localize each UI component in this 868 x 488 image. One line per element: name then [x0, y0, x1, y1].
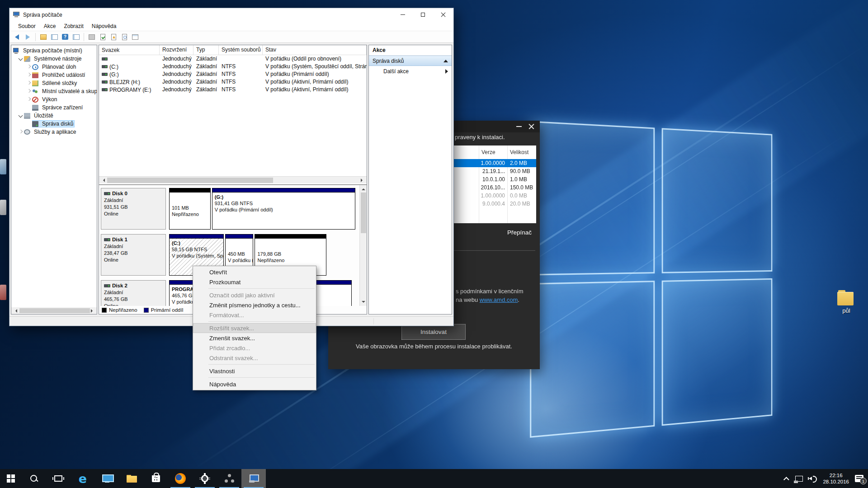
file-explorer-button[interactable] — [119, 469, 144, 488]
volume-row[interactable]: BLEJZR (H:) Jednoduchý Základní NTFS V p… — [99, 78, 367, 86]
help-button[interactable] — [61, 33, 70, 42]
collapse-icon[interactable] — [443, 60, 448, 62]
volume-row[interactable]: (C:) Jednoduchý Základní NTFS V pořádku … — [99, 63, 367, 70]
scrollbar-thumb[interactable] — [19, 308, 90, 313]
tray-expand-icon[interactable] — [783, 477, 789, 483]
tree-item-disk-management[interactable]: Správa disků — [11, 120, 97, 128]
edge-button[interactable] — [71, 469, 95, 488]
start-button[interactable] — [0, 469, 22, 488]
store-button[interactable] — [144, 469, 168, 488]
scroll-right-icon[interactable] — [91, 309, 94, 313]
volume-row[interactable]: (G:) Jednoduchý Základní NTFS V pořádku … — [99, 70, 367, 78]
volume-row[interactable]: Jednoduchý Základní V pořádku (Oddíl pro… — [99, 55, 367, 63]
tree-item-event-viewer[interactable]: Prohlížeč událostí — [11, 71, 97, 79]
export-button[interactable] — [39, 33, 48, 42]
tree-item-performance[interactable]: Výkon — [11, 95, 97, 103]
search-button[interactable] — [22, 469, 46, 488]
amd-app-button[interactable] — [217, 469, 241, 488]
network-icon[interactable] — [795, 476, 803, 482]
menu-item-vlastnosti[interactable]: Vlastnosti — [193, 366, 316, 376]
menu-akce[interactable]: Akce — [40, 22, 60, 30]
computer-management-button[interactable] — [241, 469, 266, 488]
chevron-right-icon[interactable] — [18, 129, 24, 135]
menu-item-zmenit-pismeno[interactable]: Změnit písmeno jednotky a cestu... — [193, 300, 316, 310]
refresh-button[interactable] — [87, 33, 96, 42]
list-view-button[interactable] — [131, 33, 140, 42]
notification-center-button[interactable]: 1 — [855, 475, 863, 482]
tree-item-device-manager[interactable]: Správce zařízení — [11, 103, 97, 112]
minimize-icon[interactable] — [516, 126, 522, 127]
chevron-right-icon[interactable] — [26, 88, 32, 94]
tree-item-computer-management[interactable]: Správa počítače (místní) — [11, 47, 97, 55]
this-pc-button[interactable] — [95, 469, 119, 488]
more-actions-item[interactable]: Další akce — [369, 66, 452, 76]
partition-g[interactable]: (G:) 931,41 GB NTFS V pořádku (Primární … — [212, 188, 355, 230]
volume-row[interactable]: PROGRAMY (E:) Jednoduchý Základní NTFS V… — [99, 86, 367, 94]
forward-button[interactable] — [23, 33, 32, 42]
task-view-button[interactable] — [46, 469, 71, 488]
menu-item-napoveda[interactable]: Nápověda — [193, 379, 316, 389]
actions-group-disk-management[interactable]: Správa disků — [369, 56, 452, 66]
menu-zobrazit[interactable]: Zobrazit — [60, 22, 87, 30]
amd-com-link[interactable]: www.amd.com — [480, 296, 518, 303]
column-header-svazek[interactable]: Svazek — [99, 45, 160, 55]
disk2-info[interactable]: Disk 2 Základní 465,76 GB Online — [101, 280, 166, 306]
scroll-up-icon[interactable] — [362, 187, 365, 190]
menu-item-prozkoumat[interactable]: Prozkoumat — [193, 277, 316, 287]
menu-item-zmensit-svazek[interactable]: Zmenšit svazek... — [193, 333, 316, 343]
disk0-info[interactable]: Disk 0 Základní 931,51 GB Online — [101, 188, 166, 230]
chevron-right-icon[interactable] — [26, 96, 32, 103]
tree-horizontal-scrollbar[interactable] — [11, 307, 97, 314]
scroll-left-icon[interactable] — [14, 309, 17, 313]
desktop-folder-pul[interactable]: půl — [837, 290, 855, 305]
scan-button[interactable] — [120, 33, 129, 42]
chevron-down-icon[interactable] — [18, 56, 24, 62]
switch-label[interactable]: Přepínač — [507, 229, 532, 236]
install-button[interactable]: Instalovat — [401, 324, 466, 340]
column-header-system-souboru[interactable]: Systém souborů — [219, 45, 263, 55]
close-button[interactable] — [433, 8, 453, 21]
column-header-rozvrzeni[interactable]: Rozvržení — [160, 45, 193, 55]
chevron-right-icon[interactable] — [26, 72, 32, 78]
tree-item-shared-folders[interactable]: Sdílené složky — [11, 79, 97, 87]
desktop-icon-partial[interactable] — [0, 159, 6, 174]
tree-item-task-scheduler[interactable]: Plánovač úloh — [11, 63, 97, 71]
column-header-typ[interactable]: Typ — [193, 45, 219, 55]
volume-icon[interactable] — [809, 475, 817, 482]
console-tree-button[interactable] — [50, 33, 59, 42]
tree-item-services[interactable]: Služby a aplikace — [11, 128, 97, 136]
scroll-right-icon[interactable] — [361, 178, 364, 182]
action-pane-button[interactable] — [71, 33, 80, 42]
back-button[interactable] — [12, 33, 21, 42]
tree-item-storage[interactable]: Úložiště — [11, 112, 97, 120]
menu-napoveda[interactable]: Nápověda — [88, 22, 121, 30]
volume-list-horizontal-scrollbar[interactable] — [99, 176, 367, 183]
menu-soubor[interactable]: Soubor — [14, 22, 40, 30]
maximize-button[interactable] — [413, 8, 433, 21]
scroll-down-icon[interactable] — [362, 301, 365, 305]
partition-unallocated-101mb[interactable]: 101 MB Nepřiřazeno — [169, 188, 211, 230]
cell-typ: Základní — [193, 70, 219, 78]
chevron-right-icon[interactable] — [26, 64, 32, 70]
disk-view-vertical-scrollbar[interactable] — [359, 185, 367, 306]
titlebar[interactable]: Správa počítače — [9, 8, 453, 21]
scrollbar-thumb[interactable] — [361, 192, 366, 233]
tree-item-local-users[interactable]: Místní uživatelé a skupi — [11, 87, 97, 95]
firefox-button[interactable] — [168, 469, 193, 488]
scroll-left-icon[interactable] — [101, 178, 105, 182]
scrollbar-thumb[interactable] — [107, 178, 273, 183]
tree-item-system-tools[interactable]: Systémové nástroje — [11, 55, 97, 63]
taskbar-clock[interactable]: 22:16 28.10.2016 — [823, 472, 849, 485]
minimize-button[interactable] — [392, 8, 413, 21]
chevron-down-icon[interactable] — [18, 113, 24, 119]
check-disk-button[interactable] — [98, 33, 107, 42]
column-header-stav[interactable]: Stav — [263, 45, 367, 55]
chevron-right-icon[interactable] — [26, 80, 32, 86]
disk1-info[interactable]: Disk 1 Základní 238,47 GB Online — [101, 234, 166, 276]
close-icon[interactable] — [528, 123, 534, 129]
menu-item-otevrit[interactable]: Otevřít — [193, 267, 316, 277]
desktop-icon-partial[interactable] — [0, 285, 6, 300]
settings-button[interactable] — [193, 469, 217, 488]
desktop-icon-partial[interactable] — [0, 200, 6, 215]
upload-button[interactable] — [109, 33, 118, 42]
